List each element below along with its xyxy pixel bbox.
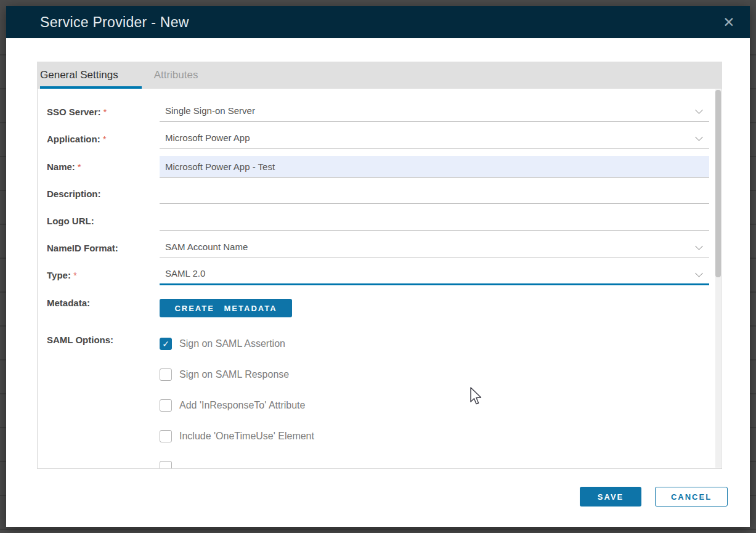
sso-server-select[interactable]: Single Sign-on Server <box>160 99 709 122</box>
type-label: Type:* <box>47 270 77 280</box>
checkbox-sign-saml-assertion[interactable]: ✓ Sign on SAML Assertion <box>160 338 285 350</box>
required-marker: * <box>103 134 107 144</box>
checkbox-include-onetimeuse[interactable]: Include 'OneTimeUse' Element <box>160 430 314 442</box>
sso-server-label: SSO Server:* <box>47 107 107 117</box>
application-select[interactable]: Microsoft Power App <box>160 126 709 149</box>
tab-bar: General Settings Attributes <box>37 62 722 89</box>
checkbox-unchecked-icon[interactable] <box>160 368 172 381</box>
checkbox-partial-cutoff[interactable] <box>160 461 172 469</box>
tab-general-settings[interactable]: General Settings <box>40 62 124 89</box>
cancel-button[interactable]: CANCEL <box>655 487 728 507</box>
chevron-down-icon[interactable] <box>695 269 703 277</box>
checkbox-sign-saml-response[interactable]: Sign on SAML Response <box>160 368 289 381</box>
tab-attributes-label: Attributes <box>154 69 198 81</box>
save-button[interactable]: SAVE <box>580 487 641 507</box>
nameid-format-label: NameID Format: <box>47 243 118 253</box>
checkbox-unchecked-icon[interactable] <box>160 461 172 469</box>
checkbox-checked-icon[interactable]: ✓ <box>160 338 172 350</box>
application-value: Microsoft Power App <box>165 132 250 143</box>
tab-general-settings-label: General Settings <box>40 69 118 81</box>
modal-header: Service Provider - New ✕ <box>6 6 750 38</box>
close-icon[interactable]: ✕ <box>720 14 738 31</box>
create-metadata-button[interactable]: CREATE METADATA <box>160 299 292 317</box>
checkbox-unchecked-icon[interactable] <box>160 430 172 442</box>
metadata-label: Metadata: <box>47 298 90 308</box>
nameid-format-value: SAM Account Name <box>165 242 248 252</box>
name-label: Name:* <box>47 161 81 172</box>
chevron-down-icon[interactable] <box>695 133 703 141</box>
checkbox-label: Sign on SAML Response <box>179 369 289 380</box>
required-marker: * <box>78 161 81 172</box>
nameid-format-select[interactable]: SAM Account Name <box>160 235 709 258</box>
check-icon: ✓ <box>162 339 169 349</box>
modal-title: Service Provider - New <box>40 14 189 31</box>
tab-attributes[interactable]: Attributes <box>154 62 198 89</box>
checkbox-unchecked-icon[interactable] <box>160 399 172 412</box>
form-scrollbar-thumb[interactable] <box>715 90 721 277</box>
checkbox-label: Sign on SAML Assertion <box>179 338 285 349</box>
description-input[interactable] <box>160 181 709 204</box>
sso-server-value: Single Sign-on Server <box>165 105 255 116</box>
required-marker: * <box>104 107 107 117</box>
application-label: Application:* <box>47 134 107 144</box>
description-label: Description: <box>47 189 101 199</box>
checkbox-add-inresponseto[interactable]: Add 'InResponseTo' Attribute <box>160 399 305 412</box>
logo-url-label: Logo URL: <box>47 216 94 226</box>
name-value: Microsoft Power App - Test <box>165 161 275 172</box>
form-scrollbar-track[interactable] <box>715 89 721 468</box>
chevron-down-icon[interactable] <box>695 242 703 250</box>
service-provider-modal: Service Provider - New ✕ General Setting… <box>6 6 750 527</box>
logo-url-input[interactable] <box>160 208 709 231</box>
type-value: SAML 2.0 <box>165 268 205 279</box>
checkbox-label: Add 'InResponseTo' Attribute <box>179 400 305 411</box>
type-select[interactable]: SAML 2.0 <box>160 262 709 285</box>
saml-options-label: SAML Options: <box>47 335 113 345</box>
chevron-down-icon[interactable] <box>695 106 703 114</box>
general-settings-form: SSO Server:* Single Sign-on Server Appli… <box>37 89 722 469</box>
checkbox-label: Include 'OneTimeUse' Element <box>179 431 314 442</box>
required-marker: * <box>73 270 77 280</box>
name-input[interactable]: Microsoft Power App - Test <box>160 156 709 177</box>
